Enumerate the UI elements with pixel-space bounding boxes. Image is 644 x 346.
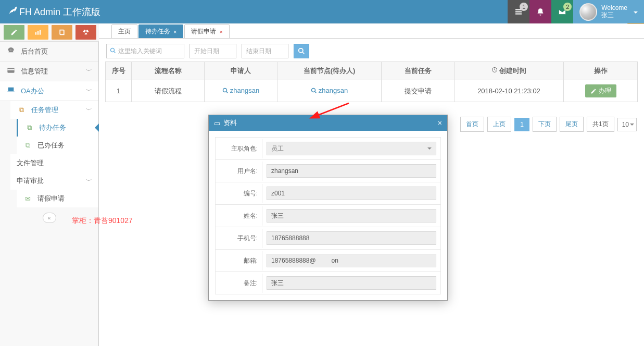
dashboard-icon	[6, 46, 16, 56]
sidebar-item-todotasks[interactable]: ⧉ 待办任务	[17, 119, 98, 137]
book-icon: ⧉	[24, 123, 34, 132]
tab-home[interactable]: 主页	[111, 24, 137, 38]
profile-modal: ▭ 资料 × 主职角色: 员工 用户名: 编号: 姓名: 手机号:	[208, 115, 448, 301]
start-date-input[interactable]: 开始日期	[190, 44, 236, 58]
applicant-link[interactable]: zhangsan	[222, 86, 259, 94]
cell-applicant: zhangsan	[205, 80, 277, 102]
sidebar-item-label: OA办公	[21, 86, 44, 96]
sidebar-item-label: 任务管理	[31, 105, 58, 115]
table-row: 1 请假流程 zhangsan zhangsan 提	[106, 80, 638, 102]
sidebar-item-label: 待办任务	[39, 123, 66, 132]
cell-created: 2018-02-10 21:23:02	[454, 80, 564, 102]
close-icon[interactable]: ×	[173, 29, 176, 35]
modal-body: 主职角色: 员工 用户名: 编号: 姓名: 手机号: 邮箱:	[209, 131, 447, 300]
phone-input[interactable]	[267, 231, 436, 245]
book-icon: ⧉	[17, 106, 26, 114]
form-row-name: 姓名:	[215, 204, 441, 227]
page-first-button[interactable]: 首页	[460, 117, 484, 132]
svg-line-19	[317, 103, 349, 116]
form-row-remark: 备注:	[215, 271, 441, 294]
brand-title: FH Admin 工作流版	[19, 6, 100, 18]
username-input[interactable]	[267, 164, 436, 178]
sidebar-item-label: 文件管理	[17, 158, 44, 168]
remark-input[interactable]	[267, 276, 436, 290]
action-settings-button[interactable]	[75, 25, 96, 40]
brand: FH Admin 工作流版	[8, 6, 100, 18]
node-link[interactable]: zhangsan	[311, 86, 348, 94]
page-prev-button[interactable]: 上页	[487, 117, 511, 132]
laptop-icon	[6, 86, 16, 96]
modal-title: 资料	[223, 118, 237, 128]
svg-point-12	[299, 48, 303, 53]
page-next-button[interactable]: 下页	[533, 117, 557, 132]
svg-rect-3	[35, 32, 36, 35]
th-op: 操作	[564, 62, 638, 80]
form-row-code: 编号:	[215, 182, 441, 205]
action-stats-button[interactable]	[28, 25, 48, 40]
label-name: 姓名:	[216, 206, 262, 226]
code-input[interactable]	[267, 187, 436, 200]
label-email: 邮箱:	[216, 251, 262, 270]
sidebar-item-label: 后台首页	[21, 47, 48, 56]
role-select[interactable]: 员工	[267, 142, 436, 155]
th-task: 当前任务	[382, 62, 454, 80]
cell-node: zhangsan	[277, 80, 382, 102]
page-last-button[interactable]: 尾页	[560, 117, 584, 132]
label-username: 用户名:	[216, 162, 262, 181]
svg-line-16	[226, 91, 228, 93]
cell-flow: 请假流程	[132, 80, 205, 102]
page-size-select[interactable]: 10	[617, 118, 637, 131]
svg-line-11	[114, 51, 116, 53]
page-total-label: 共1页	[587, 117, 614, 132]
sidebar-item-leave[interactable]: ✉ 请假申请	[17, 190, 98, 207]
tab-label: 请假申请	[191, 27, 216, 36]
search-button[interactable]	[294, 44, 309, 58]
active-indicator-icon	[91, 123, 99, 132]
sidebar-item-taskmgr[interactable]: ⧉ 任务管理 ﹀	[10, 101, 98, 119]
close-icon[interactable]: ×	[438, 119, 442, 127]
user-menu[interactable]: Welcome 张三	[573, 0, 644, 23]
sidebar-collapse-button[interactable]: «	[43, 213, 56, 223]
sidebar-sub-task: ⧉ 待办任务 ⧉ 已办任务	[10, 119, 98, 154]
sidebar-item-donetasks[interactable]: ⧉ 已办任务	[17, 137, 98, 154]
svg-rect-8	[8, 88, 14, 91]
form-row-username: 用户名:	[215, 159, 441, 182]
sidebar-item-info[interactable]: 信息管理 ﹀	[0, 61, 98, 81]
tab-todotasks[interactable]: 待办任务 ×	[138, 24, 183, 38]
sidebar-item-home[interactable]: 后台首页	[0, 42, 98, 61]
sidebar-item-oa[interactable]: OA办公 ﹀	[0, 81, 98, 101]
chevron-down-icon: ﹀	[86, 86, 92, 95]
action-edit-button[interactable]	[4, 25, 24, 40]
end-date-input[interactable]: 结束日期	[242, 44, 288, 58]
page-current-button[interactable]: 1	[514, 118, 529, 131]
tasks-button[interactable]: 1	[508, 0, 529, 23]
notifications-button[interactable]	[529, 0, 551, 23]
sidebar-item-approval[interactable]: 申请审批 ﹀	[10, 172, 98, 190]
search-input[interactable]: 这里输入关键词	[106, 44, 184, 58]
cell-seq: 1	[106, 80, 132, 102]
messages-badge: 2	[563, 3, 572, 11]
start-date-placeholder: 开始日期	[194, 47, 219, 56]
th-created: 创建时间	[454, 62, 564, 80]
chevron-down-icon	[634, 11, 638, 16]
avatar	[579, 3, 597, 21]
table-header-row: 序号 流程名称 申请人 当前节点(待办人) 当前任务 创建时间 操作	[106, 62, 638, 80]
svg-point-17	[311, 88, 315, 92]
sidebar-item-filemgr[interactable]: 文件管理	[10, 154, 98, 172]
th-applicant: 申请人	[205, 62, 277, 80]
action-book-button[interactable]	[52, 25, 72, 40]
close-icon[interactable]: ×	[219, 29, 222, 35]
svg-rect-4	[37, 31, 39, 35]
th-seq: 序号	[106, 62, 132, 80]
name-input[interactable]	[267, 209, 436, 223]
tab-leave[interactable]: 请假申请 ×	[184, 24, 229, 38]
label-remark: 备注:	[216, 274, 262, 293]
messages-button[interactable]: 2	[551, 0, 573, 23]
handle-button[interactable]: 办理	[585, 84, 616, 97]
sidebar: 后台首页 信息管理 ﹀ OA办公 ﹀ ⧉ 任务管理 ﹀ ⧉ 待办任务 ⧉	[0, 42, 99, 346]
th-node: 当前节点(待办人)	[277, 62, 382, 80]
user-text: Welcome 张三	[601, 5, 627, 18]
end-date-placeholder: 结束日期	[246, 47, 271, 56]
email-input[interactable]	[267, 254, 436, 267]
watermark-text: 掌柜：青苔901027	[72, 216, 133, 226]
